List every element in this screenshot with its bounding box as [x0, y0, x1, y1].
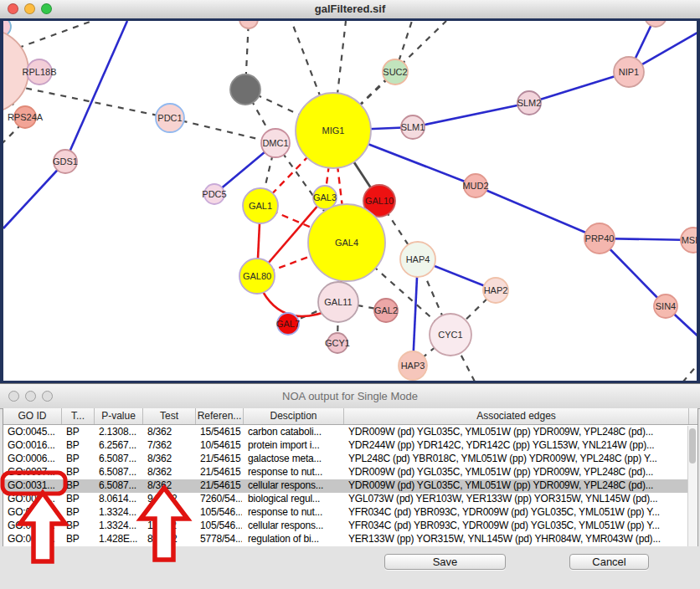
node-label-NIP1: NIP1: [619, 67, 639, 77]
table-cell: YDR009W (pd) YGL035C, YML051W (pp) YDR00…: [348, 466, 687, 479]
node-label-GAL4: GAL4: [335, 238, 358, 248]
table-cell: YDR244W (pp) YDR142C, YDR142C (pp) YGL15…: [348, 439, 687, 453]
table-cell: protein import i...: [248, 439, 342, 453]
table-cell: BP: [66, 493, 93, 506]
node-label-HAP2: HAP2: [484, 285, 508, 295]
table-cell: carbon cataboli...: [248, 426, 342, 439]
table-cell: 8/362: [147, 453, 194, 466]
column-header-4[interactable]: Referen...: [196, 408, 244, 424]
table-cell: 6.5087...: [99, 466, 142, 479]
scrollbar-thumb[interactable]: [689, 428, 696, 464]
node-label-GAL2: GAL2: [374, 305, 398, 315]
table-row[interactable]: GO:0031...BP6.5087...8/36221/54615cellul…: [3, 479, 698, 493]
table-cell: biological regul...: [248, 493, 342, 506]
node-label-SLM1: SLM1: [401, 122, 425, 132]
table-cell: 8.0614...: [99, 493, 142, 506]
canvas-frame: [0, 18, 3, 383]
table-cell: cellular respons...: [248, 520, 342, 533]
table-cell: 5778/54...: [200, 533, 242, 546]
network-canvas[interactable]: RPL18BRPS24AGDS1PDC1PDC5MIG1SUC2SLM1DMC1…: [0, 18, 700, 383]
table-cell: YPL248C (pd) YBR018C, YML051W (pp) YDR00…: [348, 453, 687, 466]
table-cell: YFR034C (pd) YBR093C, YDR009W (pd) YGL03…: [348, 520, 687, 533]
table-cell: 1.3324...: [99, 506, 142, 520]
table-header[interactable]: GO IDT...P-valueTestReferen...Desciption…: [3, 408, 698, 425]
table-cell: 105/546...: [200, 506, 242, 520]
table-cell: GO:0006...: [8, 453, 60, 466]
table-cell: BP: [66, 466, 93, 479]
table-cell: BP: [66, 479, 93, 493]
canvas-frame: [0, 18, 700, 21]
table-cell: YER133W (pp) YOR315W, YNL145W (pd) YHR08…: [348, 533, 687, 546]
table-cell: YFR034C (pd) YBR093C, YDR009W (pd) YGL03…: [348, 506, 687, 520]
table-cell: 11/362: [147, 520, 194, 533]
table-cell: 21/54615: [200, 479, 242, 493]
table-cell: 105/546...: [200, 520, 242, 533]
vertical-scrollbar[interactable]: [687, 426, 697, 546]
column-header-6[interactable]: Associated edges: [344, 408, 689, 424]
table-row[interactable]: GO:0007...BP6.5087...8/36221/54615respon…: [3, 466, 698, 479]
column-header-3[interactable]: Test: [143, 408, 196, 424]
table-cell: 7/362: [147, 439, 194, 453]
table-cell: 80/362: [147, 533, 194, 546]
table-row[interactable]: GO:0065...BP8.0614...94/3627260/54...bio…: [3, 493, 698, 506]
table-cell: GO:0065...: [8, 493, 60, 506]
column-header-1[interactable]: T...: [62, 408, 95, 424]
table-cell: galactose meta...: [248, 453, 342, 466]
node-label-CYC1: CYC1: [438, 330, 462, 340]
table-cell: 8/362: [147, 426, 194, 439]
cancel-button[interactable]: Cancel: [569, 554, 649, 570]
table-cell: 6.2567...: [99, 439, 142, 453]
table-cell: GO:0031...: [8, 506, 60, 520]
node-label-MIG1: MIG1: [322, 125, 345, 136]
node-label-GAL80: GAL80: [243, 271, 271, 281]
node-label-SUC2: SUC2: [383, 67, 407, 77]
node-label-HAP3: HAP3: [401, 361, 425, 371]
table-row[interactable]: GO:0045...BP2.1308...8/36215/54615carbon…: [3, 426, 698, 439]
table-cell: BP: [66, 439, 93, 453]
column-header-5[interactable]: Desciption: [244, 408, 344, 424]
table-row[interactable]: GO:0016...BP6.2567...7/36210/54615protei…: [3, 439, 698, 453]
noa-window-title: NOA output for Single Mode: [0, 390, 700, 402]
node-label-GAL3: GAL3: [313, 192, 337, 202]
canvas-frame: [697, 18, 700, 383]
save-button[interactable]: Save: [384, 554, 506, 570]
node-label-PRP40: PRP40: [585, 233, 615, 243]
table-cell: YDR009W (pd) YGL035C, YML051W (pp) YDR00…: [348, 479, 687, 493]
table-cell: regulation of bi...: [248, 533, 342, 546]
table-row[interactable]: GO:0031...BP1.3324...11/362105/546...cel…: [3, 520, 698, 533]
table-cell: 15/54615: [200, 426, 242, 439]
column-header-0[interactable]: GO ID: [3, 408, 62, 424]
main-window-titlebar[interactable]: galFiltered.sif: [0, 0, 700, 19]
node-grayn[interactable]: [230, 74, 260, 105]
table-cell: cellular respons...: [248, 479, 342, 493]
node-label-SLM2: SLM2: [517, 98, 542, 108]
table-cell: BP: [66, 533, 93, 546]
table-row[interactable]: GO:0006...BP6.5087...8/36221/54615galact…: [3, 453, 698, 466]
table-cell: 11/362: [147, 506, 194, 520]
node-label-RPS24A: RPS24A: [8, 112, 44, 122]
table-cell: response to nut...: [248, 506, 342, 520]
table-cell: 2.1308...: [99, 426, 142, 439]
table-cell: GO:0031...: [8, 520, 60, 533]
noa-window-titlebar[interactable]: NOA output for Single Mode: [0, 384, 700, 409]
node-label-DMC1: DMC1: [262, 138, 288, 148]
table-cell: YDR009W (pd) YGL035C, YML051W (pp) YDR00…: [348, 426, 687, 439]
table-row[interactable]: GO:0050...BP1.428E...80/3625778/54...reg…: [3, 533, 698, 546]
node-label-PDC5: PDC5: [202, 189, 226, 199]
table-row[interactable]: GO:0031...BP1.3324...11/362105/546...res…: [3, 506, 698, 520]
node-label-RPL18B: RPL18B: [23, 67, 57, 77]
table-cell: 21/54615: [200, 466, 242, 479]
node-label-GAL1: GAL1: [249, 201, 272, 211]
table-cell: BP: [66, 426, 93, 439]
column-header-2[interactable]: P-value: [95, 408, 143, 424]
node-label-PDC1: PDC1: [157, 113, 182, 123]
node-label-GDS1: GDS1: [53, 156, 78, 166]
noa-results-table[interactable]: GO IDT...P-valueTestReferen...Desciption…: [3, 408, 698, 546]
table-cell: 1.428E...: [99, 533, 142, 546]
table-cell: 94/362: [147, 493, 194, 506]
table-cell: 7260/54...: [200, 493, 242, 506]
table-cell: BP: [66, 506, 93, 520]
table-cell: 6.5087...: [99, 479, 142, 493]
table-cell: 21/54615: [200, 453, 242, 466]
table-body[interactable]: GO:0045...BP2.1308...8/36215/54615carbon…: [3, 426, 698, 546]
